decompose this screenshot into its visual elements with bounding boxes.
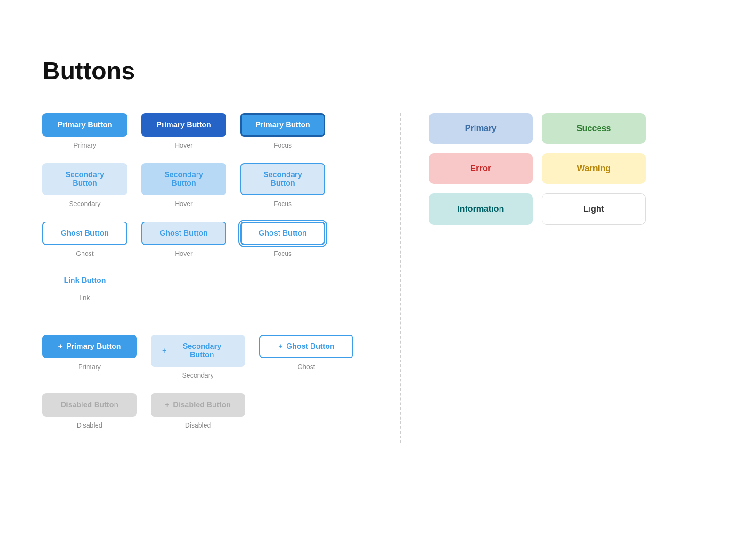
icon-button-group: + Primary Button Primary + Secondary But… — [42, 335, 372, 379]
secondary-cell-3: Secondary Button Focus — [240, 163, 325, 207]
ghost-button-normal[interactable]: Ghost Button — [42, 222, 127, 245]
primary-button-focus[interactable]: Primary Button — [240, 113, 325, 137]
plus-icon-3: + — [278, 342, 282, 351]
primary-label-focus: Focus — [274, 141, 292, 149]
icon-secondary-cell: + Secondary Button Secondary — [151, 335, 245, 379]
badge-grid: Primary Success Error Warning Informatio… — [429, 113, 712, 225]
primary-cell-3: Primary Button Focus — [240, 113, 325, 149]
secondary-button-focus[interactable]: Secondary Button — [240, 163, 325, 195]
badge-success-button[interactable]: Success — [542, 113, 646, 144]
disabled-label-2: Disabled — [185, 421, 211, 429]
secondary-icon-label: Secondary Button — [170, 342, 234, 359]
primary-button-group: Primary Button Primary Primary Button Ho… — [42, 113, 372, 149]
icon-primary-state: Primary — [78, 363, 101, 371]
icon-primary-cell: + Primary Button Primary — [42, 335, 137, 371]
link-button[interactable]: Link Button — [64, 272, 106, 289]
secondary-label-normal: Secondary — [69, 200, 101, 207]
disabled-label-1: Disabled — [77, 421, 102, 429]
secondary-button-group: Secondary Button Secondary Secondary But… — [42, 163, 372, 207]
secondary-button-normal[interactable]: Secondary Button — [42, 163, 127, 195]
ghost-label-normal: Ghost — [76, 250, 93, 257]
secondary-label-focus: Focus — [274, 200, 292, 207]
plus-icon: + — [58, 342, 63, 351]
primary-button-normal[interactable]: Primary Button — [42, 113, 127, 137]
page-container: Buttons Primary Button Primary Primary B… — [0, 0, 754, 471]
disabled-icon-label: Disabled Button — [173, 401, 231, 409]
ghost-icon-label: Ghost Button — [287, 342, 335, 351]
primary-label-hover: Hover — [175, 141, 192, 149]
ghost-label-hover: Hover — [175, 250, 192, 257]
ghost-button-focus[interactable]: Ghost Button — [240, 222, 325, 245]
disabled-button-2: + Disabled Button — [151, 393, 245, 417]
secondary-cell-2: Secondary Button Hover — [141, 163, 226, 207]
section-divider — [400, 113, 401, 443]
primary-cell-2: Primary Button Hover — [141, 113, 226, 149]
badge-warning-button[interactable]: Warning — [542, 153, 646, 184]
link-label: link — [80, 294, 90, 302]
ghost-cell-1: Ghost Button Ghost — [42, 222, 127, 257]
icon-secondary-state: Secondary — [182, 371, 214, 379]
icon-ghost-state: Ghost — [297, 363, 315, 371]
plus-icon-disabled: + — [165, 401, 169, 409]
primary-label-normal: Primary — [74, 141, 96, 149]
secondary-cell-1: Secondary Button Secondary — [42, 163, 127, 207]
primary-icon-button[interactable]: + Primary Button — [42, 335, 137, 358]
disabled-cell-1: Disabled Button Disabled — [42, 393, 137, 429]
right-section: Primary Success Error Warning Informatio… — [401, 113, 712, 443]
main-layout: Primary Button Primary Primary Button Ho… — [42, 113, 712, 443]
disabled-button-group: Disabled Button Disabled + Disabled Butt… — [42, 393, 372, 429]
badge-error-button[interactable]: Error — [429, 153, 533, 184]
secondary-button-hover[interactable]: Secondary Button — [141, 163, 226, 195]
primary-cell-1: Primary Button Primary — [42, 113, 127, 149]
disabled-cell-2: + Disabled Button Disabled — [151, 393, 245, 429]
icon-ghost-cell: + Ghost Button Ghost — [259, 335, 353, 371]
badge-information-button[interactable]: Information — [429, 193, 533, 225]
page-title: Buttons — [42, 57, 712, 85]
ghost-button-hover[interactable]: Ghost Button — [141, 222, 226, 245]
ghost-button-group: Ghost Button Ghost Ghost Button Hover Gh… — [42, 222, 372, 257]
secondary-icon-button[interactable]: + Secondary Button — [151, 335, 245, 367]
secondary-label-hover: Hover — [175, 200, 192, 207]
plus-icon-2: + — [162, 346, 166, 355]
ghost-cell-2: Ghost Button Hover — [141, 222, 226, 257]
badge-light-button[interactable]: Light — [542, 193, 646, 225]
ghost-cell-3: Ghost Button Focus — [240, 222, 325, 257]
disabled-button-1: Disabled Button — [42, 393, 137, 417]
primary-icon-label: Primary Button — [66, 342, 121, 351]
section-spacer — [42, 316, 372, 335]
primary-button-hover[interactable]: Primary Button — [141, 113, 226, 137]
ghost-icon-button[interactable]: + Ghost Button — [259, 335, 353, 358]
badge-primary-button[interactable]: Primary — [429, 113, 533, 144]
link-button-group: Link Button link — [42, 272, 372, 302]
ghost-label-focus: Focus — [274, 250, 292, 257]
link-cell-1: Link Button link — [42, 272, 127, 302]
left-section: Primary Button Primary Primary Button Ho… — [42, 113, 401, 443]
